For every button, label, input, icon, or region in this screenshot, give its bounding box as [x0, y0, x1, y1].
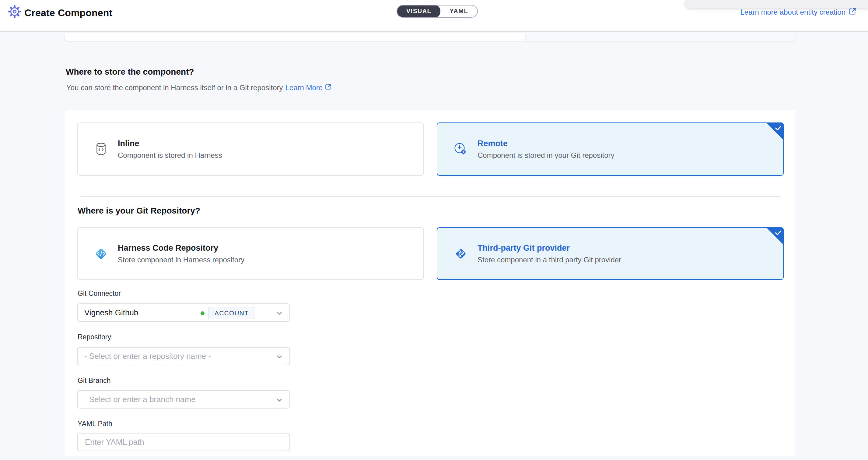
git-connector-label: Git Connector	[78, 289, 121, 298]
chevron-down-icon[interactable]	[275, 353, 283, 362]
learn-more-link[interactable]: Learn More	[285, 84, 332, 92]
scrolled-card-remnant	[65, 33, 795, 41]
clipped-popover	[685, 0, 868, 8]
repository-select[interactable]: - Select or enter a repository name -	[77, 347, 290, 365]
card-title: Remote	[477, 139, 615, 148]
entity-help-link[interactable]: Learn more about entity creation	[740, 7, 857, 17]
remote-git-icon	[451, 141, 471, 157]
card-description: Component is stored in your Git reposito…	[477, 151, 615, 160]
git-branch-select[interactable]: - Select or enter a branch name -	[77, 390, 290, 408]
store-section-heading: Where to store the component?	[66, 67, 194, 77]
tab-visual[interactable]: VISUAL	[397, 5, 440, 18]
gear-icon	[8, 5, 21, 20]
help-link-label: Learn more about entity creation	[740, 8, 845, 17]
card-inline-storage[interactable]: Inline Component is stored in Harness	[77, 122, 424, 176]
git-connector-field[interactable]: Vignesh Github ACCOUNT	[77, 304, 290, 322]
harness-code-icon	[91, 244, 111, 263]
store-description-text: You can store the component in Harness i…	[66, 84, 283, 92]
git-provider-icon	[451, 245, 471, 263]
card-title: Inline	[118, 139, 222, 148]
repository-label: Repository	[78, 333, 111, 341]
connector-scope-badge: ACCOUNT	[208, 307, 255, 319]
git-branch-placeholder: - Select or enter a branch name -	[84, 395, 200, 404]
card-description: Store component in a third party Git pro…	[477, 256, 621, 264]
yaml-path-input[interactable]	[77, 433, 290, 451]
yaml-path-label: YAML Path	[78, 420, 112, 428]
card-thirdparty-git[interactable]: Third-party Git provider Store component…	[437, 227, 784, 280]
tab-yaml[interactable]: YAML	[440, 5, 477, 18]
external-link-icon	[325, 84, 332, 92]
check-icon	[775, 230, 781, 235]
card-title: Harness Code Repository	[118, 243, 244, 253]
git-branch-label: Git Branch	[78, 376, 111, 385]
create-component-page: Create Component VISUAL YAML Learn more …	[0, 0, 868, 460]
card-harness-code-repo[interactable]: Harness Code Repository Store component …	[77, 227, 424, 280]
chevron-down-icon[interactable]	[275, 309, 283, 318]
repo-section-heading: Where is your Git Repository?	[78, 206, 200, 216]
inline-harness-icon	[91, 142, 111, 156]
repository-placeholder: - Select or enter a repository name -	[84, 351, 211, 361]
scrolled-card-remnant-right	[525, 33, 795, 41]
external-link-icon	[848, 7, 857, 17]
app-header: Create Component VISUAL YAML Learn more …	[0, 0, 868, 32]
card-description: Component is stored in Harness	[118, 151, 222, 160]
section-divider	[81, 196, 781, 197]
card-title: Third-party Git provider	[477, 243, 621, 253]
chevron-down-icon[interactable]	[275, 396, 283, 405]
store-section-description: You can store the component in Harness i…	[66, 84, 332, 92]
card-description: Store component in Harness repository	[118, 256, 244, 264]
mode-toggle: VISUAL YAML	[397, 5, 478, 18]
check-icon	[775, 125, 781, 131]
page-title: Create Component	[24, 7, 112, 19]
git-connector-value: Vignesh Github	[84, 308, 138, 317]
selected-check-badge	[766, 122, 784, 140]
connector-status-dot	[200, 311, 205, 315]
card-remote-storage[interactable]: Remote Component is stored in your Git r…	[437, 122, 784, 176]
selected-check-badge	[766, 227, 784, 245]
